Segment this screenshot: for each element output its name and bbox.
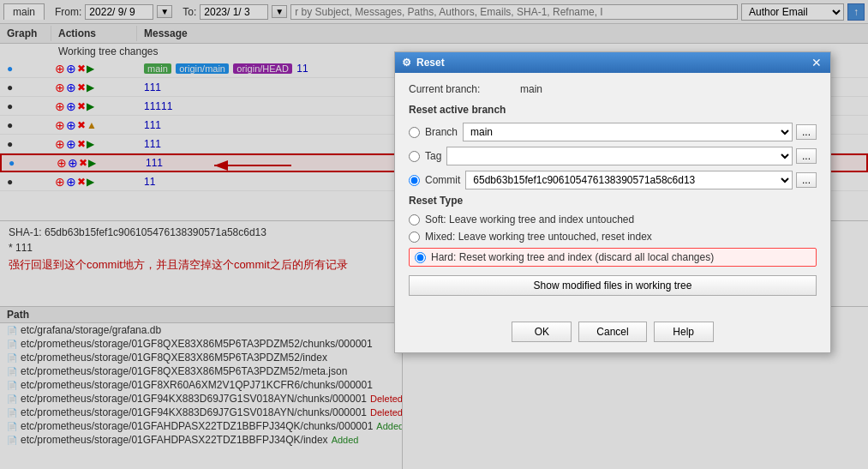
commit-dots-button[interactable]: ... xyxy=(796,172,817,188)
branch-radio-label: Branch xyxy=(425,126,458,138)
reset-modal: ⚙ Reset ✕ Current branch: main Reset act… xyxy=(394,51,831,353)
tag-radio-row: Tag ... xyxy=(409,147,817,165)
reset-active-label: Reset active branch xyxy=(409,104,817,116)
current-branch-row: Current branch: main xyxy=(409,83,817,95)
current-branch-label: Current branch: xyxy=(409,83,520,95)
hard-radio[interactable] xyxy=(415,252,426,263)
modal-close-button[interactable]: ✕ xyxy=(810,56,823,69)
soft-radio-label: Soft: Leave working tree and index untou… xyxy=(425,213,634,225)
branch-dropdown[interactable]: main xyxy=(463,123,793,141)
modal-title-text: Reset xyxy=(416,57,445,69)
branch-radio[interactable] xyxy=(409,127,420,138)
ok-button[interactable]: OK xyxy=(512,322,572,342)
commit-radio[interactable] xyxy=(409,175,420,186)
branch-dropdown-row: main ... xyxy=(463,123,817,141)
hard-radio-label: Hard: Reset working tree and index (disc… xyxy=(431,251,714,263)
current-branch-value: main xyxy=(520,83,542,95)
mixed-radio[interactable] xyxy=(409,231,420,243)
commit-radio-label: Commit xyxy=(425,174,460,186)
tag-radio[interactable] xyxy=(409,151,420,162)
modal-title-icon: ⚙ xyxy=(402,57,411,69)
cancel-button[interactable]: Cancel xyxy=(578,322,646,342)
hard-radio-row: Hard: Reset working tree and index (disc… xyxy=(409,248,817,267)
modal-body: Current branch: main Reset active branch… xyxy=(395,73,830,315)
branch-dots-button[interactable]: ... xyxy=(796,124,817,140)
modal-overlay: ⚙ Reset ✕ Current branch: main Reset act… xyxy=(0,0,868,469)
mixed-radio-label: Mixed: Leave working tree untouched, res… xyxy=(425,231,652,243)
reset-type-section: Reset Type Soft: Leave working tree and … xyxy=(409,195,817,267)
show-modified-button[interactable]: Show modified files in working tree xyxy=(409,275,817,296)
soft-radio[interactable] xyxy=(409,214,420,225)
modal-title: ⚙ Reset xyxy=(402,57,445,69)
branch-radio-row: Branch main ... xyxy=(409,123,817,141)
help-button[interactable]: Help xyxy=(654,322,714,342)
soft-radio-row: Soft: Leave working tree and index untou… xyxy=(409,213,817,225)
tag-dropdown[interactable] xyxy=(446,147,793,165)
mixed-radio-row: Mixed: Leave working tree untouched, res… xyxy=(409,231,817,243)
modal-titlebar: ⚙ Reset ✕ xyxy=(395,52,830,73)
commit-radio-row: Commit 65db63b15fef1c906105476138390571a… xyxy=(409,171,817,189)
tag-dots-button[interactable]: ... xyxy=(796,148,817,164)
reset-type-label: Reset Type xyxy=(409,195,817,207)
tag-radio-label: Tag xyxy=(425,150,441,162)
tag-dropdown-row: ... xyxy=(446,147,817,165)
modal-footer: OK Cancel Help xyxy=(395,315,830,352)
commit-dropdown[interactable]: 65db63b15fef1c906105476138390571a58c6d13 xyxy=(465,171,793,189)
commit-dropdown-row: 65db63b15fef1c906105476138390571a58c6d13… xyxy=(465,171,817,189)
